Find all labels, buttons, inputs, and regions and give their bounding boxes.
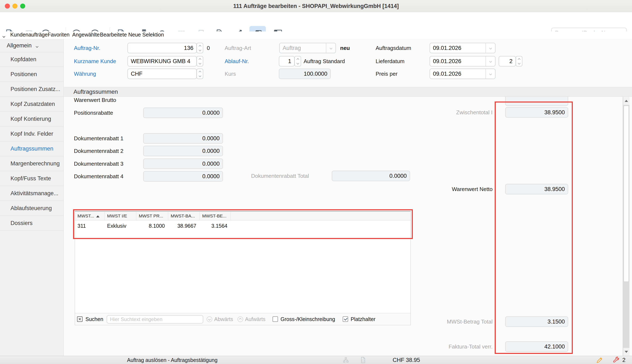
table-row[interactable]: 311 Exklusiv 8.1000 38.9667 3.1564 [75, 220, 410, 231]
check-mark-icon [344, 317, 348, 320]
gross-kleinschreibung-label[interactable]: Gross-/Kleinschreibung [281, 313, 335, 325]
warenwert-netto-field: 38.9500 [505, 184, 568, 194]
tabs-collapse-chevron-icon[interactable] [3, 32, 5, 40]
scroll-up-button[interactable] [623, 97, 629, 105]
suchen-checkbox[interactable] [77, 316, 83, 322]
x-mark-icon [78, 317, 82, 322]
app-window: 111 Aufträge bearbeiten - SHOPAPI_Webwir… [0, 0, 632, 364]
sidebar-item-positionen[interactable]: Positionen [0, 67, 63, 82]
sidebar-item-kopf-indv-felder[interactable]: Kopf Indv. Felder [0, 126, 63, 141]
cell-mwst-pr: 8.1000 [136, 220, 168, 231]
aufwaerts-button [238, 316, 243, 322]
waehrung-field[interactable]: CHF [127, 68, 197, 79]
mwst-betrag-total-label: MWSt-Betrag Total [408, 316, 493, 327]
kurzname-kunde-stepper[interactable] [196, 56, 203, 66]
cell-mwst-ba: 38.9667 [168, 220, 200, 231]
auftragsdatum-label: Auftragsdatum [376, 43, 411, 53]
sidebar-item-positionen-zusatz[interactable]: Positionen Zusatz... [0, 82, 63, 97]
column-header-mwst-ie[interactable]: MWST I/E [105, 212, 136, 220]
tab-bearbeitete[interactable]: Bearbeitete [100, 32, 127, 38]
pencil-icon[interactable] [596, 356, 603, 364]
dokumentenrabatt-total-field: 0.0000 [332, 171, 410, 181]
gross-kleinschreibung-checkbox[interactable] [273, 316, 278, 322]
warenwert-brutto-field: 38.9500 [505, 97, 568, 106]
sidebar-item-margenberechnung[interactable]: Margenberechnung [0, 156, 63, 171]
auftrag-nr-label[interactable]: Auftrag-Nr. [74, 43, 100, 53]
sidebar-group-label: Allgemein [0, 42, 32, 49]
lieferdatum-count-stepper[interactable] [516, 56, 522, 66]
tab-kundenauftraege[interactable]: Kundenaufträge [10, 32, 48, 38]
vertical-scrollbar[interactable] [623, 97, 629, 356]
kurs-label: Kurs [225, 68, 236, 79]
tab-favoriten[interactable]: Favoriten [48, 32, 70, 38]
sidebar-group-allgemein[interactable]: Allgemein [0, 39, 63, 52]
auftrag-nr-stepper[interactable] [196, 43, 203, 53]
positionsrabatte-label: Positionsrabatte [74, 108, 113, 118]
sidebar-item-kopfdaten[interactable]: Kopfdaten [0, 52, 63, 67]
waehrung-label[interactable]: Währung [74, 68, 96, 79]
highlight-rect-totals-column [495, 102, 573, 354]
aufwaerts-label: Aufwärts [245, 313, 265, 325]
auftrag-art-badge: neu [340, 43, 350, 53]
ablauf-nr-label[interactable]: Ablauf-Nr. [225, 56, 249, 66]
ablauf-nr-suffix: Auftrag Standard [304, 56, 345, 66]
waehrung-stepper[interactable] [196, 68, 203, 79]
dokumentenrabatt-3-label: Dokumentenrabatt 3 [74, 158, 123, 169]
dokumentenrabatt-total-label: Dokumentenrabatt Total [251, 171, 309, 181]
preis-per-field[interactable]: 09.01.2026 [430, 68, 496, 79]
document-add-icon [359, 356, 367, 364]
main-content: Auftrag-Nr. 136 0 Auftrag-Art Auftrag ne… [64, 39, 632, 356]
cell-mwst-ie: Exklusiv [105, 220, 136, 231]
mwst-table-header: MWST... MWST I/E MWST PR... MWST-BA... M… [75, 212, 410, 220]
tab-angewaehlte[interactable]: Angewählte [72, 32, 100, 38]
lieferdatum-field[interactable]: 09.01.2026 [430, 56, 496, 66]
dokumentenrabatt-4-field: 0.0000 [143, 171, 223, 182]
sidebar-item-auftragssummen[interactable]: Auftragssummen [0, 141, 63, 156]
column-header-mwst[interactable]: MWST... [75, 212, 105, 220]
lieferdatum-count-field[interactable]: 2 [499, 56, 516, 66]
sidebar-item-dossiers[interactable]: Dossiers [0, 216, 63, 231]
sidebar-item-ablaufsteuerung[interactable]: Ablaufsteuerung [0, 201, 63, 216]
suchen-label: Suchen [85, 313, 103, 325]
kurzname-kunde-field[interactable]: WEBWIRKUNG GMB 4 [127, 56, 197, 66]
auftragsdatum-field[interactable]: 09.01.2026 [430, 43, 496, 53]
scrollbar-thumb[interactable] [623, 106, 629, 282]
wrench-icon[interactable] [612, 356, 620, 364]
auftrag-nr-field[interactable]: 136 [127, 43, 197, 53]
chevron-down-icon[interactable] [485, 56, 495, 66]
table-search-input[interactable] [107, 315, 203, 324]
lieferdatum-label: Lieferdatum [376, 56, 404, 66]
column-header-mwst-pr[interactable]: MWST PR... [136, 212, 168, 220]
ablauf-nr-stepper[interactable] [294, 56, 301, 66]
positionsrabatte-field: 0.0000 [143, 108, 223, 118]
status-message: Auftrag auslösen - Auftragsbestätigung [127, 356, 218, 364]
column-header-mwst-ba[interactable]: MWST-BA... [168, 212, 200, 220]
sidebar-item-kopf-zusatzdaten[interactable]: Kopf Zusatzdaten [0, 97, 63, 112]
platzhalter-label[interactable]: Platzhalter [351, 313, 375, 325]
chevron-down-icon [326, 43, 336, 53]
chevron-down-icon[interactable] [485, 43, 495, 53]
tab-neue-selektion[interactable]: Neue Selektion [128, 32, 164, 38]
scroll-clipped-row: Warenwert Brutto 38.9500 [64, 97, 632, 106]
sidebar-item-kopf-kontierung[interactable]: Kopf Kontierung [0, 112, 63, 126]
abwaerts-button [206, 316, 212, 322]
kurzname-kunde-label[interactable]: Kurzname Kunde [74, 56, 116, 66]
dokumentenrabatt-3-field: 0.0000 [143, 158, 223, 169]
sidebar-item-kopf-fuss-texte[interactable]: Kopf/Fuss Texte [0, 171, 63, 186]
cell-mwst-be: 3.1564 [200, 220, 231, 231]
sidebar-item-aktivitaetsmanagement[interactable]: Aktivitätsmanage... [0, 186, 63, 201]
chevron-down-icon[interactable] [485, 69, 495, 79]
mwst-table: MWST... MWST I/E MWST PR... MWST-BA... M… [75, 211, 411, 325]
org-chart-icon [342, 357, 349, 364]
tab-bar: Kundenaufträge Favoriten Angewählte Bear… [0, 32, 632, 39]
dokumentenrabatt-1-label: Dokumentenrabatt 1 [74, 133, 123, 144]
column-header-mwst-be[interactable]: MWST-BE... [200, 212, 231, 220]
mwst-betrag-total-field: 3.1500 [505, 316, 568, 327]
chevron-down-icon [36, 45, 39, 48]
scroll-down-button[interactable] [623, 348, 629, 356]
sidebar: Allgemein Kopfdaten Positionen Positione… [0, 39, 64, 356]
section-title: Auftragssummen [74, 87, 118, 96]
ablauf-nr-field[interactable]: 1 [279, 56, 295, 66]
platzhalter-checkbox[interactable] [343, 316, 348, 322]
triangle-down-icon [625, 351, 628, 353]
